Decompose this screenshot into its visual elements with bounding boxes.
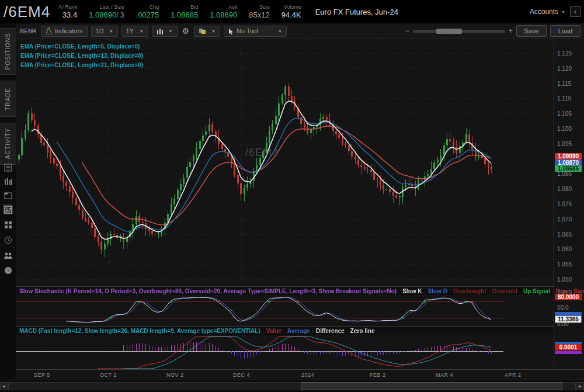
range-dropdown[interactable]: 1Y ▼ <box>121 26 148 37</box>
stat-value: 94.4K <box>281 11 301 20</box>
tab-label: TRADE <box>5 88 11 110</box>
instrument-description: Euro FX Futures, Jun-24 <box>315 8 398 16</box>
study-labels: EMA (Price=CLOSE, Length=5, Displace=0) … <box>20 42 143 70</box>
legend-up-signal[interactable]: Up Signal <box>523 288 550 294</box>
price-chart[interactable]: /6EM4 EMA (Price=CLOSE, Length=5, Displa… <box>16 39 554 286</box>
scrollbar-thumb[interactable] <box>301 382 562 390</box>
collapse-panel-button[interactable]: ‹ <box>570 6 580 17</box>
chevron-down-icon: ▼ <box>278 29 282 33</box>
tool-label: No Tool <box>237 27 273 34</box>
zoom-slider-thumb[interactable] <box>436 29 462 34</box>
sidebar-tab-trade[interactable]: TRADE <box>0 81 16 117</box>
indicators-label: Indicators <box>55 27 83 34</box>
layers-icon <box>199 28 206 34</box>
legend-value[interactable]: Value <box>266 328 281 334</box>
macd-panel[interactable]: MACD (Fast length=12, Slow length=26, MA… <box>16 326 554 369</box>
chevron-down-icon: ▼ <box>211 29 215 33</box>
zoom-out-button[interactable]: − <box>405 27 409 35</box>
stat-value: 1.08690 <box>210 11 237 20</box>
timeframe-value: 1D <box>96 27 104 34</box>
stat-chg: Chg .00275 <box>136 4 159 20</box>
time-axis[interactable]: SEP 5OCT 2NOV 2DEC 42024FEB 2MAR 4APR 2 <box>16 369 584 380</box>
compare-dropdown[interactable]: ▼ <box>194 26 220 37</box>
zoom-slider[interactable] <box>413 30 505 33</box>
legend-down-signal[interactable]: Down Signal <box>556 288 584 294</box>
stat-label: Chg <box>150 4 159 11</box>
load-button[interactable]: Load <box>550 25 580 37</box>
time-tick-label: 2024 <box>301 372 314 378</box>
gear-icon[interactable]: ⚙ <box>181 26 191 36</box>
users-icon[interactable] <box>3 250 13 260</box>
chart-type-dropdown[interactable]: ▼ <box>152 26 178 37</box>
price-axis[interactable]: 1.1251.1201.1151.1101.1051.1001.0951.090… <box>554 39 584 369</box>
legend-oversold[interactable]: Oversold <box>492 288 517 294</box>
price-tick-label: 1.075 <box>557 201 572 207</box>
price-tick-label: 1.065 <box>557 231 572 238</box>
time-tick-label: OCT 2 <box>100 372 117 378</box>
timeframe-dropdown[interactable]: 1D ▼ <box>91 26 118 37</box>
stat-iv-rank: IV Rank 33.4 <box>58 4 77 20</box>
symbol-title: /6EM4 <box>0 3 58 21</box>
accounts-label: Accounts <box>530 8 558 16</box>
sidebar-tab-positions[interactable]: POSITIONS <box>0 28 16 75</box>
window-icon[interactable] <box>3 190 13 200</box>
scroll-left-icon[interactable]: ◄ <box>0 382 8 390</box>
ema5-label[interactable]: EMA (Price=CLOSE, Length=5, Displace=0) <box>20 42 143 51</box>
indicators-button[interactable]: Indicators <box>41 26 88 37</box>
slow-k-badge: 11.3365 <box>555 315 582 323</box>
stat-volume: Volume 94.4K <box>281 4 301 20</box>
legend-slow-k[interactable]: Slow K <box>402 288 422 294</box>
chart-icon[interactable] <box>3 204 13 214</box>
ema13-label[interactable]: EMA (Price=CLOSE, Length=13, Displace=0) <box>20 51 143 61</box>
price-tick-label: 1.050 <box>557 276 572 283</box>
stat-value: 1.08690 <box>89 11 116 20</box>
stochastic-label[interactable]: Slow Stochastic (K Period=14, D Period=3… <box>19 288 397 294</box>
legend-slow-d[interactable]: Slow D <box>428 288 447 294</box>
stat-label: Volume <box>284 4 301 11</box>
macd-label[interactable]: MACD (Fast length=12, Slow length=26, MA… <box>19 328 260 334</box>
columns-icon[interactable] <box>3 176 13 186</box>
grid-icon[interactable] <box>3 220 13 230</box>
stat-label: Bid <box>190 4 198 11</box>
clock-icon[interactable] <box>3 235 13 245</box>
chevron-down-icon: ▼ <box>140 29 144 33</box>
bars-icon <box>157 28 164 34</box>
save-button[interactable]: Save <box>516 25 547 37</box>
zoom-in-button[interactable]: + <box>509 27 513 35</box>
candlestick-canvas[interactable] <box>16 39 554 286</box>
price-badge: 1.08685 <box>555 165 582 172</box>
chevron-down-icon: ▼ <box>169 29 173 33</box>
legend-overbought[interactable]: Overbought <box>453 288 486 294</box>
stoch-tick-label: 50.0 <box>557 304 568 311</box>
accounts-dropdown[interactable]: Accounts ▼ <box>530 8 565 16</box>
stat-size: Size 85x12 <box>249 4 269 20</box>
time-tick-label: DEC 4 <box>233 372 250 378</box>
tab-label: ACTIVITY <box>5 128 11 159</box>
chart-scrollbar[interactable]: ◄ ► <box>0 380 584 392</box>
overbought-badge: 80.0000 <box>555 294 582 300</box>
range-value: 1Y <box>126 27 134 34</box>
chevron-down-icon: ▼ <box>109 29 113 33</box>
legend-zero-line[interactable]: Zero line <box>350 328 375 334</box>
price-tick-label: 1.055 <box>557 261 572 268</box>
watchlist-icon[interactable] <box>3 162 13 172</box>
time-tick-label: MAR 4 <box>436 372 453 378</box>
macd-difference-badge <box>555 351 582 354</box>
flask-icon <box>46 27 52 34</box>
legend-difference[interactable]: Difference <box>316 328 345 334</box>
price-tick-label: 1.110 <box>557 95 571 102</box>
price-tick-label: 1.120 <box>557 65 572 72</box>
legend-average[interactable]: Average <box>287 328 310 334</box>
tab-label: POSITIONS <box>5 33 11 70</box>
cursor-icon <box>228 28 234 34</box>
scroll-right-icon[interactable]: ► <box>576 382 584 390</box>
tool-dropdown[interactable]: No Tool ▼ <box>224 26 287 37</box>
time-tick-label: SEP 5 <box>34 372 50 378</box>
chart-toolbar: /6EM4 Indicators 1D ▼ 1Y ▼ ▼ ⚙ ▼ No Tool… <box>16 23 584 39</box>
price-tick-label: 1.080 <box>557 186 572 192</box>
stat-value: 85x12 <box>249 11 269 20</box>
help-icon[interactable]: ? <box>3 265 13 275</box>
stochastic-panel[interactable]: Slow Stochastic (K Period=14, D Period=3… <box>16 286 554 326</box>
ema21-label[interactable]: EMA (Price=CLOSE, Length=21, Displace=0) <box>20 61 143 70</box>
sidebar-tab-activity[interactable]: ACTIVITY <box>0 123 16 165</box>
